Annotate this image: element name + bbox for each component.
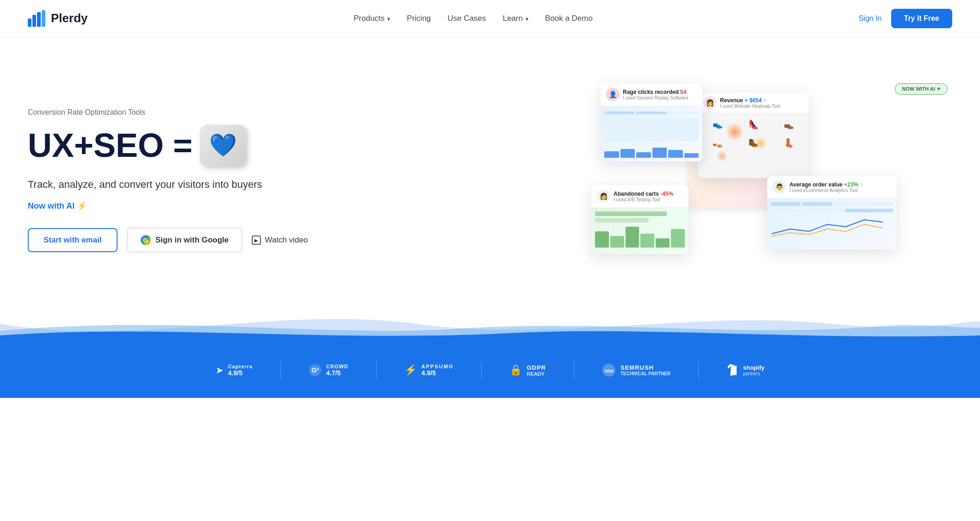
logo-icon [28, 10, 46, 27]
gdpr-badge: 🔒 GDPR READY [509, 364, 546, 377]
semrush-icon: SEM [602, 363, 616, 377]
logo[interactable]: Plerdy [28, 10, 88, 27]
analytics-screen [767, 198, 897, 249]
video-button[interactable]: ▶ Watch video [252, 236, 308, 245]
svg-rect-3 [42, 10, 45, 27]
svg-text:G²: G² [311, 366, 319, 374]
svg-rect-0 [28, 19, 31, 27]
hero-ai-text: Now with AI ⚡ [28, 201, 305, 211]
avatar: 👨 [773, 180, 786, 193]
heat-dot [726, 123, 744, 141]
g2-icon: G² [309, 364, 322, 377]
hero-description: Track, analyze, and convert your visitor… [28, 178, 305, 192]
divider [481, 361, 482, 379]
heat-dot [716, 150, 728, 162]
google-button[interactable]: G Sign in with Google [127, 228, 243, 253]
nav-learn[interactable]: Learn [502, 14, 528, 23]
capterra-badge: ➤ Capterra 4.9/5 [216, 364, 253, 377]
avatar: 👩 [703, 96, 716, 109]
footer-badges: ➤ Capterra 4.9/5 G² CROWD 4.7/5 ⚡ APPSUM… [0, 342, 980, 398]
brand-name: Plerdy [51, 11, 88, 25]
hero-buttons: Start with email G Sign in with Google ▶… [28, 228, 305, 253]
chevron-icon [525, 14, 528, 23]
chevron-icon [386, 14, 390, 23]
ecommerce-card: 👨 Average order value +23% ↑ I used eCom… [767, 176, 897, 249]
semrush-badge: SEM SEMRUSH TECHNICAL PARTNER [602, 363, 670, 377]
ab-test-card: 👩 Abandoned carts -45% I used A/B Testin… [591, 185, 688, 254]
email-button[interactable]: Start with email [28, 228, 118, 252]
heat-dot [753, 136, 767, 150]
divider [280, 361, 281, 379]
play-icon: ▶ [252, 236, 261, 245]
nav-actions: Sign In Try It Free [859, 9, 952, 28]
nav-pricing[interactable]: Pricing [407, 14, 431, 23]
shopify-icon [726, 363, 738, 377]
appsumo-badge: ⚡ APPSUMO 4.9/5 [404, 364, 454, 377]
wave-svg [0, 287, 980, 342]
ab-screen [591, 208, 688, 254]
svg-text:SEM: SEM [604, 369, 614, 373]
ai-badge: NOW WITH AI ✦ [895, 83, 948, 95]
shopify-badge: shopify partners [726, 363, 764, 377]
hero-left: Conversion Rate Optimization Tools UX+SE… [28, 108, 305, 253]
nav-links: Products Pricing Use Cases Learn Book a … [354, 14, 593, 23]
navbar: Plerdy Products Pricing Use Cases Learn … [0, 0, 980, 37]
try-free-button[interactable]: Try It Free [891, 9, 952, 28]
sign-in-link[interactable]: Sign In [859, 14, 882, 23]
hero-section: Conversion Rate Optimization Tools UX+SE… [0, 37, 980, 296]
gdpr-icon: 🔒 [509, 364, 522, 376]
nav-book-demo[interactable]: Book a Demo [545, 14, 593, 23]
appsumo-icon: ⚡ [404, 364, 417, 376]
divider [698, 361, 699, 379]
avatar: 👩 [597, 190, 610, 203]
divider [376, 361, 377, 379]
session-replay-screen [601, 106, 702, 161]
google-icon: G [141, 235, 151, 245]
analytics-chart [771, 215, 893, 238]
svg-rect-2 [37, 12, 41, 27]
nav-products[interactable]: Products [354, 14, 390, 23]
hero-subtitle: Conversion Rate Optimization Tools [28, 108, 305, 117]
heart-icon: 💙 [200, 125, 246, 167]
nav-use-cases[interactable]: Use Cases [447, 14, 486, 23]
capterra-icon: ➤ [216, 365, 223, 376]
avatar: 👤 [606, 88, 619, 101]
hero-title: UX+SEO = 💙 [28, 125, 305, 167]
hero-dashboard: NOW WITH AI ✦ 👤 Rage clicks recorded 54 … [591, 79, 952, 282]
rage-clicks-card: 👤 Rage clicks recorded 54 I used Session… [601, 83, 702, 161]
heatmap-screen: 👟 👠 👞 👡 🥾 👢 [698, 113, 809, 178]
g2-badge: G² CROWD 4.7/5 [309, 364, 348, 377]
svg-rect-1 [32, 15, 36, 27]
divider [574, 361, 574, 379]
wave-section: ➤ Capterra 4.9/5 G² CROWD 4.7/5 ⚡ APPSUM… [0, 287, 980, 398]
heatmap-card: 👩 Revenue + $654 ↑ I used Website Heatma… [698, 93, 809, 178]
